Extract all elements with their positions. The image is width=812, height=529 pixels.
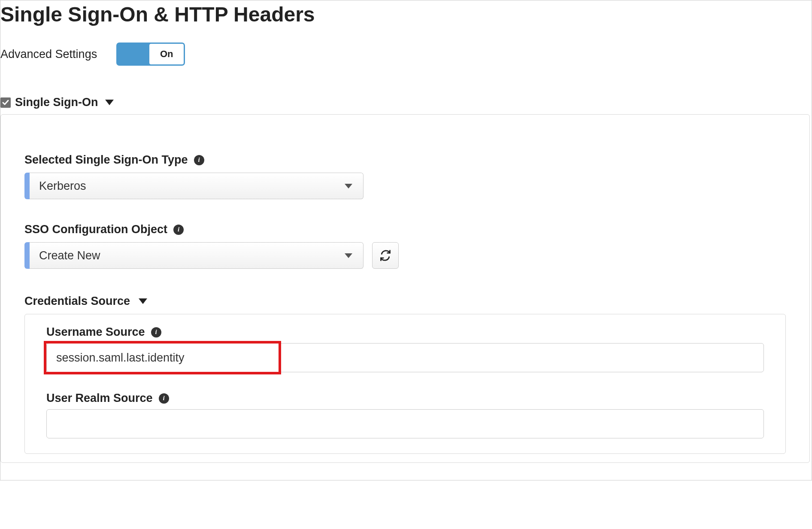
sso-config-object-select-body[interactable]: Create New <box>30 242 364 269</box>
username-source-input[interactable] <box>46 343 764 372</box>
sso-type-value: Kerberos <box>39 179 86 193</box>
info-icon[interactable]: i <box>151 327 161 337</box>
advanced-settings-toggle[interactable]: On <box>116 43 185 66</box>
toggle-state-label: On <box>149 44 184 64</box>
info-icon[interactable]: i <box>173 225 184 235</box>
sso-config-object-value: Create New <box>39 249 100 262</box>
advanced-settings-row: Advanced Settings On <box>0 26 812 66</box>
sso-type-select[interactable]: Kerberos <box>24 173 364 199</box>
single-sign-on-panel: Selected Single Sign-On Type i Kerberos … <box>0 114 810 463</box>
info-icon[interactable]: i <box>194 155 204 165</box>
sso-config-object-select[interactable]: Create New <box>24 242 364 269</box>
info-icon[interactable]: i <box>159 393 169 404</box>
advanced-settings-label: Advanced Settings <box>0 48 97 61</box>
caret-down-icon <box>139 298 147 304</box>
chevron-down-icon <box>345 253 352 258</box>
sso-type-label: Selected Single Sign-On Type <box>24 153 188 167</box>
sso-config-object-label: SSO Configuration Object <box>24 223 167 236</box>
username-source-label-row: Username Source i <box>46 325 764 339</box>
single-sign-on-checkbox[interactable] <box>0 97 11 108</box>
caret-down-icon <box>105 100 114 105</box>
select-accent <box>24 173 30 199</box>
sso-type-select-body[interactable]: Kerberos <box>30 173 364 199</box>
user-realm-source-label-row: User Realm Source i <box>46 392 764 405</box>
select-accent <box>24 242 30 269</box>
page-title: Single Sign-On & HTTP Headers <box>0 0 812 26</box>
credentials-source-panel: Username Source i User Realm Source i <box>24 314 786 454</box>
refresh-icon <box>379 249 391 261</box>
sso-type-label-row: Selected Single Sign-On Type i <box>24 153 786 167</box>
credentials-source-header[interactable]: Credentials Source <box>24 295 786 308</box>
single-sign-on-section-title: Single Sign-On <box>15 96 98 109</box>
user-realm-source-label: User Realm Source <box>46 392 153 405</box>
refresh-button[interactable] <box>372 242 399 269</box>
user-realm-source-input[interactable] <box>46 409 764 438</box>
username-source-label: Username Source <box>46 325 145 339</box>
sso-config-object-label-row: SSO Configuration Object i <box>24 223 786 236</box>
chevron-down-icon <box>345 184 352 188</box>
credentials-source-title: Credentials Source <box>24 295 130 308</box>
single-sign-on-section-header[interactable]: Single Sign-On <box>0 66 812 114</box>
